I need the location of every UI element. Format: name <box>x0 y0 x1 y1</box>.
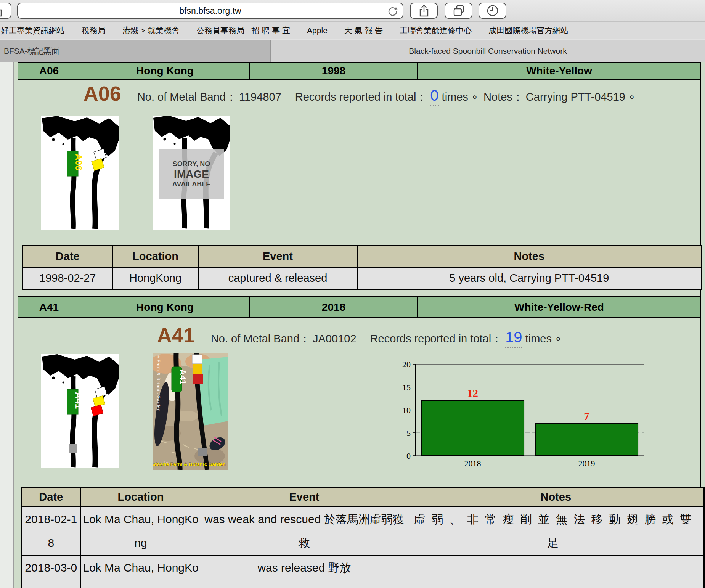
record-header-row-a41: A41 Hong Kong 2018 White-Yellow-Red <box>18 297 701 318</box>
records-bar-chart: 0510152012201872019 <box>397 356 656 470</box>
col-notes: Notes <box>357 246 702 267</box>
svg-text:12: 12 <box>467 387 478 399</box>
url-text: bfsn.bfsa.org.tw <box>179 6 241 16</box>
svg-text:0: 0 <box>406 451 411 461</box>
band-code-text: A41 <box>74 392 84 409</box>
share-icon-partial <box>0 4 7 17</box>
notes-label: Notes： <box>483 90 524 105</box>
cell-date: 2018-02-18 <box>21 507 81 556</box>
cell-notes: 虛弱、非常瘦削並無法移動翅膀或雙足 <box>408 507 704 556</box>
record-summary-a06: A06 No. of Metal Band： 1194807 Records r… <box>18 82 700 108</box>
table-header-row: Date Location Event Notes <box>21 488 704 507</box>
record-year-cell: 2018 <box>250 297 418 317</box>
record-table-a41: Date Location Event Notes 2018-02-18 Lok… <box>21 487 705 588</box>
tabs-overview-button[interactable] <box>445 3 472 19</box>
bookmark-item[interactable]: 天 氣 報 告 <box>344 25 383 36</box>
favorites-bar: 好工專業資訊網站 稅務局 港鐵 > 就業機會 公務員事務局 - 招 聘 事 宜 … <box>0 22 705 39</box>
photo-watermark-text: e Farm & Botanic Garden <box>156 355 161 412</box>
record-year-cell: 1998 <box>250 63 418 79</box>
svg-text:5: 5 <box>406 428 411 438</box>
photo-credit-text: © Kadoorie Farm & Botanic Garden <box>153 461 226 467</box>
record-title: A41 <box>157 323 195 347</box>
record-region-cell: Hong Kong <box>80 297 250 317</box>
svg-text:20: 20 <box>402 360 411 369</box>
records-reported-label: Records reported in total： <box>370 331 503 347</box>
history-clock-icon <box>486 4 499 17</box>
safari-window: bfsn.bfsa.org.tw <box>0 0 705 588</box>
cell-location: Lok Ma Chau, HongKong <box>81 555 201 588</box>
sidebar-button[interactable] <box>0 3 11 19</box>
page-left-margin <box>0 62 14 588</box>
band-code-text: A41 <box>178 369 188 384</box>
cell-date: 1998-02-27 <box>23 267 112 289</box>
record-summary-a41: A41 No. of Metal Band： JA00102 Records r… <box>18 323 700 351</box>
svg-text:7: 7 <box>584 410 589 422</box>
metal-band-label: No. of Metal Band： <box>211 331 310 347</box>
metal-band-label: No. of Metal Band： <box>137 90 237 105</box>
bookmark-item[interactable]: 港鐵 > 就業機會 <box>122 25 180 36</box>
record-title: A06 <box>84 82 121 105</box>
col-notes: Notes <box>408 488 704 507</box>
cell-location: Lok Ma Chau, HongKong <box>81 507 201 556</box>
col-event: Event <box>201 488 408 507</box>
times-label: times ∘ <box>442 90 479 103</box>
svg-text:10: 10 <box>402 405 411 415</box>
cell-event: was released 野放 <box>201 555 408 588</box>
tab-bfsa[interactable]: BFSA-標記黑面 <box>0 40 271 62</box>
record-id-cell: A06 <box>18 63 80 79</box>
report-count-link[interactable]: 19 <box>505 329 522 348</box>
url-bar[interactable]: bfsn.bfsa.org.tw <box>17 3 403 19</box>
tab-spoonbill-network[interactable]: Black-faced Spoonbill Conservation Netwo… <box>271 40 705 62</box>
records-reported-label: Records reported in total： <box>295 90 427 105</box>
share-icon <box>418 4 430 17</box>
record-header-row-a06: A06 Hong Kong 1998 White-Yellow <box>18 62 701 80</box>
bookmark-item[interactable]: 成田國際機場官方網站 <box>488 25 568 36</box>
cell-notes: 5 years old, Carrying PTT-04519 <box>357 267 702 289</box>
record-id-cell: A41 <box>18 297 80 317</box>
col-date: Date <box>23 246 112 267</box>
times-label: times ∘ <box>525 332 562 345</box>
record-photo-a41: A41 e Farm & Botanic Garden © Kadoorie F… <box>153 353 228 470</box>
bookmark-item[interactable]: 稅務局 <box>82 25 106 36</box>
history-button[interactable] <box>479 3 506 19</box>
cell-date: 2018-03-05 <box>21 555 81 588</box>
table-row: 2018-02-18 Lok Ma Chau, HongKong was wea… <box>21 507 704 556</box>
cell-event: was weak and rescued 於落馬洲虛弱獲救 <box>201 507 408 556</box>
record-table-a06: Date Location Event Notes 1998-02-27 Hon… <box>22 245 702 290</box>
col-event: Event <box>199 246 357 267</box>
record-colors-cell: White-Yellow <box>418 63 700 79</box>
cell-notes <box>408 555 704 588</box>
svg-text:2019: 2019 <box>578 459 595 468</box>
cell-location: HongKong <box>112 267 199 289</box>
band-diagram-a41: A41 <box>41 354 119 468</box>
browser-toolbar: bfsn.bfsa.org.tw <box>0 0 705 22</box>
col-location: Location <box>81 488 201 507</box>
report-count-link[interactable]: 0 <box>430 87 438 106</box>
notes-text: Carrying PTT-04519 ∘ <box>526 90 635 103</box>
bookmark-item[interactable]: Apple <box>307 26 328 35</box>
record-region-cell: Hong Kong <box>80 63 250 79</box>
table-header-row: Date Location Event Notes <box>23 246 702 267</box>
band-code-text: A06 <box>74 154 84 170</box>
tabs-icon <box>452 4 465 17</box>
table-row: 1998-02-27 HongKong captured & released … <box>23 267 702 289</box>
reload-icon[interactable] <box>387 6 398 17</box>
col-location: Location <box>112 246 199 267</box>
tab-bar: BFSA-標記黑面 Black-faced Spoonbill Conserva… <box>0 40 705 62</box>
bookmark-item[interactable]: 公務員事務局 - 招 聘 事 宜 <box>196 25 290 36</box>
metal-band-number: JA00102 <box>313 333 357 345</box>
bookmark-item[interactable]: 好工專業資訊網站 <box>1 25 65 36</box>
metal-band-number: 1194807 <box>239 91 281 103</box>
no-image-placeholder: SORRY, NO IMAGE AVAILABLE <box>153 116 230 230</box>
col-date: Date <box>21 488 81 507</box>
cell-event: captured & released <box>199 267 357 289</box>
bookmark-item[interactable]: 工聯會業餘進修中心 <box>400 25 472 36</box>
svg-text:15: 15 <box>402 382 411 392</box>
record-colors-cell: White-Yellow-Red <box>418 297 700 317</box>
no-image-text: SORRY, NO IMAGE AVAILABLE <box>159 149 224 199</box>
svg-text:2018: 2018 <box>464 459 481 468</box>
band-diagram-a06: A06 <box>41 116 119 230</box>
share-button[interactable] <box>410 3 438 19</box>
table-row: 2018-03-05 Lok Ma Chau, HongKong was rel… <box>21 555 704 588</box>
